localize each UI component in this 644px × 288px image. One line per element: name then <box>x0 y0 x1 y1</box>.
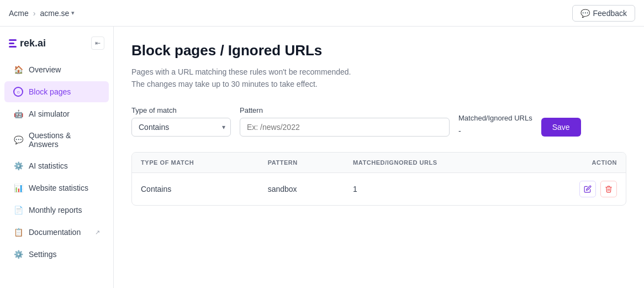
gear-icon: ⚙️ <box>13 161 23 171</box>
cell-matched-ignored-urls: 1 <box>344 172 527 205</box>
type-of-match-select-wrapper: Contains Starts with Ends with Exact ▾ <box>131 118 231 137</box>
breadcrumb-root[interactable]: Acme <box>9 9 29 18</box>
th-type-of-match: TYPE OF MATCH <box>132 153 259 173</box>
cell-pattern: sandbox <box>259 172 344 205</box>
logo: rek.ai <box>9 38 46 49</box>
breadcrumb-separator: › <box>33 9 36 18</box>
matched-ignored-urls-label: Matched/Ignored URLs <box>458 114 532 122</box>
pattern-input[interactable] <box>240 118 450 137</box>
block-icon: ○ <box>13 87 23 97</box>
sidebar-item-settings[interactable]: ⚙️ Settings <box>4 244 109 265</box>
message-icon: 💬 <box>580 9 590 18</box>
robot-icon: 🤖 <box>13 109 23 119</box>
sidebar-logo: rek.ai ⇤ <box>0 31 113 59</box>
chevron-down-icon: ▾ <box>71 9 75 17</box>
sidebar-item-questions-answers[interactable]: 💬 Questions & Answers <box>4 125 109 154</box>
table-header-row: TYPE OF MATCH PATTERN MATCHED/IGNORED UR… <box>132 153 626 173</box>
edit-icon <box>584 185 592 193</box>
sidebar-item-documentation[interactable]: 📋 Documentation ↗ <box>4 222 109 243</box>
matched-ignored-urls-group: Matched/Ignored URLs - <box>458 114 532 137</box>
sidebar-collapse-button[interactable]: ⇤ <box>91 36 104 50</box>
cell-type-of-match: Contains <box>132 172 259 205</box>
sidebar-item-block-pages[interactable]: ○ Block pages <box>4 81 109 102</box>
feedback-button[interactable]: 💬 Feedback <box>572 5 635 22</box>
breadcrumb: Acme › acme.se ▾ <box>9 9 75 18</box>
home-icon: 🏠 <box>13 65 23 75</box>
page-description: Pages with a URL matching these rules wo… <box>131 66 626 91</box>
chart-icon: 📊 <box>13 183 23 193</box>
table-row: Contains sandbox 1 <box>132 172 626 205</box>
matched-value: - <box>458 125 532 137</box>
sidebar-item-website-statistics[interactable]: 📊 Website statistics <box>4 177 109 198</box>
th-pattern: PATTERN <box>259 153 344 173</box>
th-action: ACTION <box>527 153 626 173</box>
page-title: Block pages / Ignored URLs <box>131 42 626 59</box>
sidebar-item-ai-simulator[interactable]: 🤖 AI simulator <box>4 103 109 124</box>
breadcrumb-current[interactable]: acme.se ▾ <box>40 9 75 18</box>
external-link-icon: ↗ <box>95 229 100 236</box>
sidebar-item-monthly-reports[interactable]: 📄 Monthly reports <box>4 200 109 221</box>
type-of-match-group: Type of match Contains Starts with Ends … <box>131 106 231 137</box>
main-content: Block pages / Ignored URLs Pages with a … <box>114 27 644 288</box>
topbar: Acme › acme.se ▾ 💬 Feedback <box>0 0 644 27</box>
block-page-form: Type of match Contains Starts with Ends … <box>131 106 626 137</box>
edit-button[interactable] <box>579 181 596 197</box>
sidebar: rek.ai ⇤ 🏠 Overview ○ Block pages 🤖 AI s… <box>0 27 114 288</box>
cell-action <box>527 172 626 205</box>
logo-icon <box>9 39 17 48</box>
documentation-icon: 📋 <box>13 227 23 237</box>
save-button[interactable]: Save <box>541 118 581 137</box>
pattern-label: Pattern <box>240 106 450 114</box>
pattern-group: Pattern <box>240 106 450 137</box>
type-of-match-select[interactable]: Contains Starts with Ends with Exact <box>131 118 231 137</box>
settings-icon: ⚙️ <box>13 249 23 259</box>
qa-icon: 💬 <box>13 135 23 145</box>
sidebar-item-overview[interactable]: 🏠 Overview <box>4 59 109 80</box>
trash-icon <box>605 185 613 193</box>
type-of-match-label: Type of match <box>131 106 231 114</box>
delete-button[interactable] <box>600 181 617 197</box>
th-matched-ignored-urls: MATCHED/IGNORED URLS <box>344 153 527 173</box>
doc-icon: 📄 <box>13 205 23 215</box>
sidebar-item-ai-statistics[interactable]: ⚙️ AI statistics <box>4 155 109 176</box>
block-pages-table: TYPE OF MATCH PATTERN MATCHED/IGNORED UR… <box>131 152 626 206</box>
